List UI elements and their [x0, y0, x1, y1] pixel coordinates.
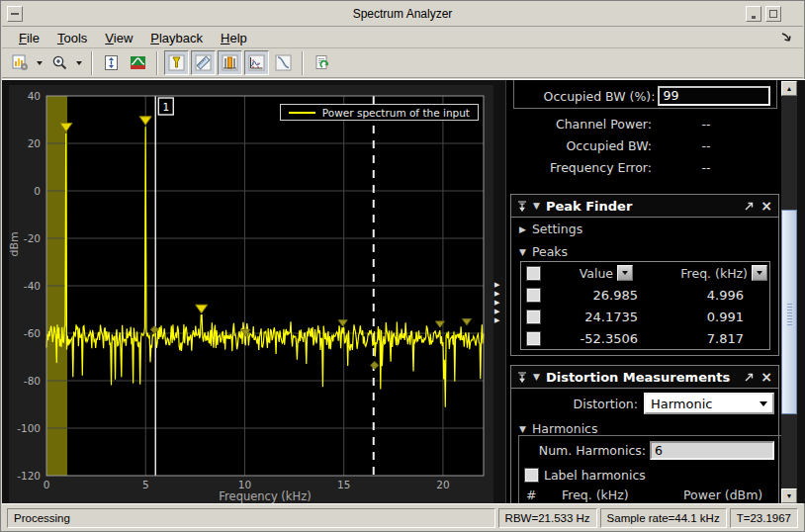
peak-finder-toggle-button[interactable]	[164, 50, 189, 75]
frequency-error-value: --	[652, 160, 760, 175]
close-icon[interactable]: ×	[760, 371, 772, 383]
peak-finder-panel: ▼ Peak Finder × ▶ Settings ▼ Peaks	[510, 194, 779, 356]
splitter-arrow-icon: ▶	[494, 308, 505, 315]
peak-finder-peaks-toggle[interactable]: ▼ Peaks	[511, 240, 778, 263]
channel-bar-icon	[222, 54, 238, 71]
svg-text:-100: -100	[17, 422, 41, 434]
zoom-dropdown[interactable]	[73, 50, 84, 75]
dropdown-caret-icon	[37, 61, 43, 65]
zoom-button[interactable]	[47, 50, 72, 75]
scrollbar-down-button[interactable]: ▼	[781, 488, 797, 503]
undock-icon[interactable]	[744, 201, 755, 212]
peak-checkbox[interactable]	[527, 332, 540, 345]
peak-checkbox[interactable]	[527, 289, 540, 302]
menu-bar: File Tools View Playback Help	[2, 28, 803, 48]
ruler-icon	[195, 54, 212, 71]
svg-text:-80: -80	[24, 375, 41, 387]
peak-row: 26.985 4.996	[521, 284, 769, 306]
menu-tools[interactable]: Tools	[48, 29, 96, 47]
spectrum-settings-dropdown[interactable]	[34, 50, 45, 75]
collapse-triangle-icon[interactable]: ▼	[533, 201, 540, 211]
chart-gear-icon	[12, 54, 29, 71]
dock-arrow-icon[interactable]	[779, 31, 793, 44]
title-bar[interactable]: Spectrum Analyzer	[2, 2, 803, 27]
spectrum-icon	[130, 54, 146, 71]
svg-text:1: 1	[162, 101, 169, 113]
distortion-header[interactable]: ▼ Distortion Measurements ×	[511, 366, 778, 389]
spectrum-settings-button[interactable]	[8, 50, 33, 75]
num-harmonics-input[interactable]: 6	[650, 441, 774, 460]
peaks-table: Value Freq. (kHz) 26.985 4.996 24.1735 0…	[520, 261, 770, 350]
menu-file[interactable]: File	[10, 29, 48, 47]
harmonics-label: Harmonics	[532, 421, 598, 436]
peak-checkbox[interactable]	[527, 310, 540, 323]
plot-legend: Power spectrum of the input	[280, 104, 479, 121]
harmonics-group: Num. Harmonics: 6 Label harmonics # Freq…	[518, 435, 781, 504]
dropdown-caret-icon	[76, 61, 82, 65]
maximize-icon	[769, 10, 777, 18]
distortion-measurements-toggle-button[interactable]	[244, 50, 269, 75]
harm-power-column-header: Power (dBm)	[683, 488, 762, 502]
peak-finder-header[interactable]: ▼ Peak Finder ×	[511, 195, 778, 218]
occupied-bw-label: Occupied BW (%):	[520, 89, 655, 104]
distortion-label: Distortion:	[511, 397, 638, 411]
distortion-plot-icon	[248, 54, 265, 71]
panel-splitter[interactable]: ▶ ▶ ▶ ▶ ▶	[494, 281, 505, 324]
frequency-error-label: Frequency Error:	[506, 160, 652, 175]
panel-scrollbar[interactable]: ▲ ▼	[781, 81, 797, 503]
freq-sort-button[interactable]	[752, 265, 767, 281]
ccdf-toggle-button[interactable]	[271, 50, 296, 75]
menu-view[interactable]: View	[96, 29, 141, 47]
peak-freq: 4.996	[638, 288, 744, 303]
toolbar-separator	[302, 51, 304, 75]
value-sort-button[interactable]	[617, 265, 633, 281]
freq-column-header: Freq. (kHz)	[633, 266, 748, 281]
scrollbar-up-button[interactable]: ▲	[781, 81, 797, 96]
fit-to-view-button[interactable]	[99, 50, 124, 75]
collapse-triangle-icon[interactable]: ▼	[533, 372, 540, 382]
legend-label: Power spectrum of the input	[322, 107, 470, 119]
svg-text:-120: -120	[17, 470, 41, 482]
peak-finder-settings-toggle[interactable]: ▶ Settings	[511, 218, 778, 240]
menu-playback[interactable]: Playback	[141, 29, 212, 47]
menu-help[interactable]: Help	[212, 29, 256, 47]
up-arrow-icon: ▲	[786, 85, 793, 92]
svg-text:-40: -40	[24, 280, 41, 292]
channel-measurements-toggle-button[interactable]	[218, 50, 242, 75]
value-column-header: Value	[540, 266, 613, 281]
scrollbar-thumb[interactable]	[781, 210, 797, 414]
rbw-indicator: RBW=21.533 Hz	[498, 508, 597, 528]
peaks-select-all-checkbox[interactable]	[527, 267, 540, 280]
x-axis-label: Frequency (kHz)	[46, 489, 484, 503]
minimize-icon	[752, 16, 756, 19]
svg-text:40: 40	[28, 90, 41, 102]
undock-icon[interactable]	[744, 372, 755, 383]
combo-caret-icon	[760, 401, 767, 406]
channel-power-value: --	[652, 117, 760, 132]
down-arrow-icon: ▼	[786, 492, 793, 499]
peak-row: -52.3506 7.817	[521, 327, 769, 349]
label-harmonics-label: Label harmonics	[544, 468, 646, 483]
collapsed-triangle-icon: ▶	[519, 224, 526, 234]
label-harmonics-checkbox[interactable]	[525, 469, 538, 482]
measurements-panel: Occupied BW (%): 99 Channel Power: -- Oc…	[505, 80, 781, 504]
spectrum-display-button[interactable]	[126, 50, 150, 75]
playback-export-button[interactable]	[310, 50, 334, 75]
close-icon[interactable]: ×	[760, 200, 772, 212]
occupied-bw-meas-label: Occupied BW:	[506, 138, 652, 153]
measure-ruler-toggle-button[interactable]	[191, 50, 216, 75]
time-indicator: T=23.1967	[730, 508, 798, 528]
peak-marker-icon	[168, 54, 185, 71]
spectrum-plot-canvas: 40200-20-40-60-80-100-120051015201	[9, 85, 493, 504]
peak-value: 24.1735	[540, 310, 638, 324]
peak-finder-title: Peak Finder	[546, 199, 632, 214]
splitter-arrow-icon: ▶	[494, 299, 505, 307]
magnifier-plus-icon	[51, 54, 68, 71]
occupied-bw-input[interactable]: 99	[658, 86, 770, 106]
toolbar-separator	[156, 51, 158, 75]
pin-icon	[517, 372, 527, 383]
minimize-button[interactable]	[746, 6, 761, 22]
toolbar-separator	[91, 51, 93, 75]
distortion-type-select[interactable]: Harmonic	[644, 393, 774, 414]
maximize-button[interactable]	[765, 6, 781, 22]
